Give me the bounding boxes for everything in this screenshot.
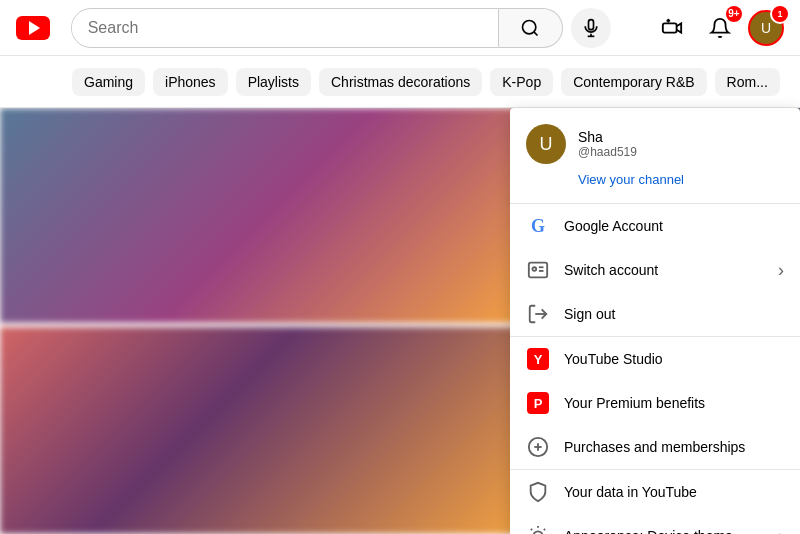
- dropdown-menu: U Sha @haad519 View your channel G Googl…: [510, 108, 800, 534]
- chip-kpop[interactable]: K-Pop: [490, 68, 553, 96]
- thumbnails-area: [0, 108, 540, 534]
- menu-username: Sha: [578, 129, 637, 145]
- avatar-initial: U: [761, 20, 771, 36]
- notifications-button[interactable]: 9+: [700, 8, 740, 48]
- menu-item-premium[interactable]: P Your Premium benefits: [510, 381, 800, 425]
- step1-badge: 1: [770, 4, 790, 24]
- chip-rom[interactable]: Rom...: [715, 68, 780, 96]
- menu-item-purchases-label: Purchases and memberships: [564, 439, 784, 455]
- chips-row: Gaming iPhones Playlists Christmas decor…: [0, 56, 800, 108]
- svg-rect-5: [663, 23, 677, 32]
- youtube-studio-icon: Y: [526, 347, 550, 371]
- menu-item-youtube-studio[interactable]: Y YouTube Studio: [510, 337, 800, 381]
- svg-line-1: [534, 31, 538, 35]
- switch-account-icon: [526, 258, 550, 282]
- svg-point-9: [533, 267, 537, 271]
- premium-icon: P: [526, 391, 550, 415]
- search-button[interactable]: [499, 8, 563, 48]
- menu-item-appearance[interactable]: Appearance: Device theme ›: [510, 514, 800, 534]
- menu-user-section: U Sha @haad519 View your channel: [510, 108, 800, 203]
- chip-contemporary-rnb[interactable]: Contemporary R&B: [561, 68, 706, 96]
- menu-item-your-data[interactable]: Your data in YouTube: [510, 470, 800, 514]
- appearance-icon: [526, 524, 550, 534]
- chip-iphones[interactable]: iPhones: [153, 68, 228, 96]
- menu-item-switch-account-label: Switch account: [564, 262, 764, 278]
- svg-line-24: [544, 529, 545, 530]
- menu-item-sign-out-label: Sign out: [564, 306, 784, 322]
- notifications-badge: 9+: [726, 6, 742, 22]
- switch-account-arrow-icon: ›: [778, 260, 784, 281]
- menu-item-appearance-label: Appearance: Device theme: [564, 528, 764, 534]
- create-button[interactable]: [652, 8, 692, 48]
- header: 9+ U 1: [0, 0, 800, 56]
- thumbnail-bottom: [0, 327, 540, 534]
- play-triangle: [29, 21, 40, 35]
- thumbnail-top: [0, 108, 540, 323]
- your-data-icon: [526, 480, 550, 504]
- avatar-container: U 1: [748, 10, 784, 46]
- menu-item-youtube-studio-label: YouTube Studio: [564, 351, 784, 367]
- menu-user-row: U Sha @haad519: [526, 124, 784, 164]
- sign-out-icon: [526, 302, 550, 326]
- youtube-logo: [16, 16, 50, 40]
- menu-item-your-data-label: Your data in YouTube: [564, 484, 784, 500]
- header-actions: 9+ U 1: [652, 8, 784, 48]
- youtube-icon: [16, 16, 50, 40]
- menu-item-purchases[interactable]: Purchases and memberships: [510, 425, 800, 469]
- mic-button[interactable]: [571, 8, 611, 48]
- svg-rect-2: [588, 19, 593, 29]
- menu-item-premium-label: Your Premium benefits: [564, 395, 784, 411]
- search-bar: [71, 8, 611, 48]
- appearance-arrow-icon: ›: [778, 526, 784, 535]
- main-content: U Sha @haad519 View your channel G Googl…: [0, 108, 800, 534]
- chip-playlists[interactable]: Playlists: [236, 68, 311, 96]
- menu-email: @haad519: [578, 145, 637, 159]
- menu-item-google-account[interactable]: G Google Account: [510, 204, 800, 248]
- menu-item-sign-out[interactable]: Sign out: [510, 292, 800, 336]
- menu-avatar: U: [526, 124, 566, 164]
- svg-point-0: [523, 20, 536, 33]
- search-icon: [520, 18, 540, 38]
- svg-line-19: [531, 529, 532, 530]
- view-channel-link[interactable]: View your channel: [526, 172, 684, 187]
- search-input[interactable]: [72, 19, 498, 37]
- svg-rect-8: [529, 263, 547, 278]
- search-input-wrap: [71, 8, 499, 48]
- header-left: [16, 16, 50, 40]
- mic-icon: [581, 18, 601, 38]
- chip-gaming[interactable]: Gaming: [72, 68, 145, 96]
- create-icon: [661, 17, 683, 39]
- google-icon: G: [526, 214, 550, 238]
- menu-user-info: Sha @haad519: [578, 129, 637, 159]
- chip-christmas[interactable]: Christmas decorations: [319, 68, 482, 96]
- menu-item-google-account-label: Google Account: [564, 218, 784, 234]
- purchases-icon: [526, 435, 550, 459]
- menu-item-switch-account[interactable]: Switch account ›: [510, 248, 800, 292]
